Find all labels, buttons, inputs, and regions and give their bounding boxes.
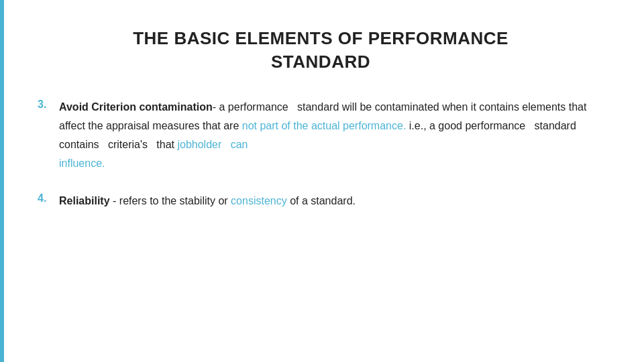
item-4-number: 4.	[38, 192, 59, 204]
item-3-highlight1: not part of the actual performance.	[242, 120, 407, 131]
page-title: THE BASIC ELEMENTS OF PERFORMANCE STANDA…	[38, 27, 604, 74]
items-list: 3. Avoid Criterion contamination- a perf…	[38, 98, 604, 229]
title-line1: THE BASIC ELEMENTS OF PERFORMANCE	[133, 28, 508, 48]
title-line2: STANDARD	[271, 52, 370, 72]
item-4-label: Reliability	[59, 195, 110, 206]
item-3-text: Avoid Criterion contamination- a perform…	[59, 98, 604, 173]
item-4-text: Reliability - refers to the stability or…	[59, 192, 604, 210]
item-3: 3. Avoid Criterion contamination- a perf…	[38, 98, 604, 173]
item-3-influence: influence.	[59, 158, 105, 169]
item-3-label: Avoid Criterion contamination	[59, 101, 213, 113]
main-content: THE BASIC ELEMENTS OF PERFORMANCE STANDA…	[4, 0, 644, 362]
item-3-number: 3.	[38, 98, 59, 111]
item-4: 4. Reliability - refers to the stability…	[38, 192, 604, 210]
item-4-highlight1: consistency	[231, 195, 287, 206]
item-3-highlight2: jobholder can	[177, 139, 248, 150]
